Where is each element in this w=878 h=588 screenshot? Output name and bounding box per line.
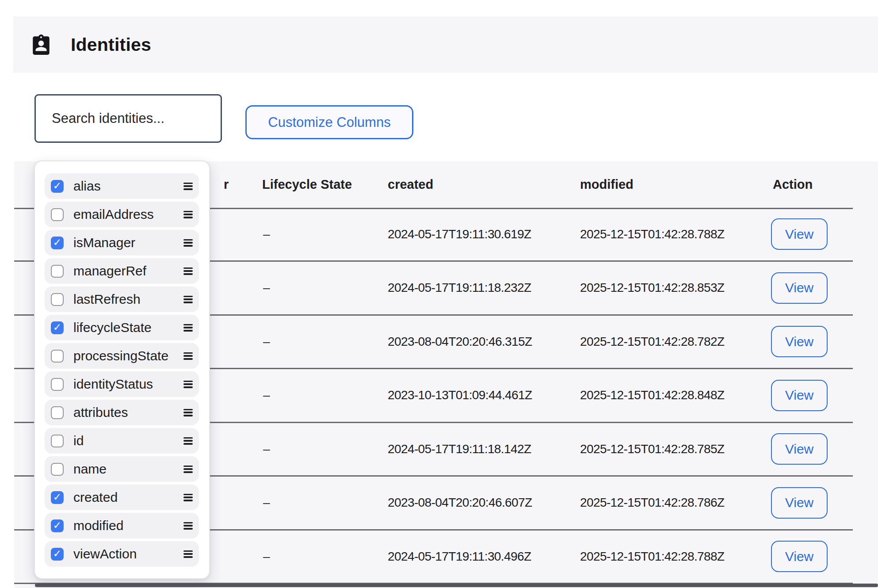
- column-menu-item[interactable]: ✓ name: [45, 456, 199, 482]
- column-menu-item-label: emailAddress: [73, 207, 183, 222]
- col-header-modified: modified: [580, 161, 634, 208]
- checkmark-icon: ✓: [53, 322, 61, 332]
- column-menu-item-label: id: [73, 433, 183, 448]
- column-menu-item-label: lastRefresh: [73, 292, 183, 307]
- identity-badge-icon: [30, 32, 52, 57]
- checkmark-icon: ✓: [53, 237, 61, 248]
- column-menu-item[interactable]: ✓ lifecycleState: [45, 315, 199, 340]
- cell-created: 2024-05-17T19:11:30.619Z: [388, 208, 531, 260]
- checkmark-icon: ✓: [53, 492, 61, 502]
- drag-handle-icon[interactable]: [183, 183, 193, 190]
- checkmark-icon: ✓: [53, 549, 61, 559]
- column-checkbox[interactable]: ✓: [51, 378, 64, 391]
- cell-lifecycle-state: –: [263, 208, 270, 260]
- horizontal-scrollbar[interactable]: [35, 584, 878, 587]
- column-menu-item[interactable]: ✓ attributes: [45, 400, 199, 425]
- customize-columns-menu: ✓ alias ✓ emailAddress ✓ isManager ✓ man…: [34, 160, 210, 579]
- drag-handle-icon[interactable]: [183, 437, 193, 445]
- column-menu-item[interactable]: ✓ processingState: [45, 343, 199, 369]
- view-button[interactable]: View: [771, 326, 828, 357]
- cell-modified: 2025-12-15T01:42:28.788Z: [580, 530, 725, 583]
- drag-handle-icon[interactable]: [183, 324, 193, 332]
- drag-handle-icon[interactable]: [183, 211, 193, 218]
- drag-handle-icon[interactable]: [183, 352, 193, 360]
- column-menu-item-label: viewAction: [73, 546, 183, 561]
- cell-lifecycle-state: –: [263, 262, 270, 314]
- cell-created: 2024-05-17T19:11:18.232Z: [388, 262, 531, 314]
- cell-created: 2023-08-04T20:20:46.607Z: [388, 477, 532, 529]
- cell-modified: 2025-12-15T01:42:28.848Z: [580, 369, 725, 422]
- drag-handle-icon[interactable]: [183, 522, 193, 530]
- cell-created: 2024-05-17T19:11:30.496Z: [388, 530, 531, 583]
- column-menu-item-label: modified: [73, 518, 183, 533]
- column-menu-item[interactable]: ✓ created: [45, 485, 199, 510]
- column-menu-item-label: name: [73, 462, 183, 477]
- col-header-lifecycle-state: Lifecycle State: [262, 161, 352, 208]
- view-button[interactable]: View: [771, 272, 828, 304]
- search-input[interactable]: [34, 94, 222, 143]
- cell-lifecycle-state: –: [263, 477, 270, 529]
- view-button[interactable]: View: [771, 487, 828, 519]
- cell-modified: 2025-12-15T01:42:28.786Z: [580, 477, 725, 529]
- view-button[interactable]: View: [771, 433, 828, 465]
- view-button[interactable]: View: [771, 541, 828, 572]
- customize-columns-button[interactable]: Customize Columns: [245, 105, 413, 139]
- column-menu-item[interactable]: ✓ managerRef: [45, 258, 199, 284]
- column-menu-item[interactable]: ✓ id: [45, 428, 199, 454]
- drag-handle-icon[interactable]: [183, 267, 193, 275]
- column-menu-item[interactable]: ✓ alias: [45, 173, 199, 199]
- column-menu-item-label: identityStatus: [73, 377, 183, 392]
- drag-handle-icon[interactable]: [183, 239, 193, 247]
- column-menu-item-label: alias: [73, 179, 183, 194]
- column-menu-list: ✓ alias ✓ emailAddress ✓ isManager ✓ man…: [45, 173, 199, 567]
- column-checkbox[interactable]: ✓: [51, 519, 64, 532]
- column-menu-item[interactable]: ✓ identityStatus: [45, 371, 199, 397]
- cell-created: 2023-10-13T01:09:44.461Z: [388, 369, 532, 422]
- column-checkbox[interactable]: ✓: [51, 180, 64, 193]
- column-checkbox[interactable]: ✓: [51, 548, 64, 561]
- checkmark-icon: ✓: [53, 181, 61, 191]
- cell-modified: 2025-12-15T01:42:28.785Z: [580, 423, 725, 475]
- column-menu-item[interactable]: ✓ emailAddress: [45, 202, 199, 227]
- column-checkbox[interactable]: ✓: [51, 406, 64, 419]
- drag-handle-icon[interactable]: [183, 494, 193, 501]
- view-button[interactable]: View: [771, 380, 828, 411]
- column-checkbox[interactable]: ✓: [51, 435, 64, 447]
- column-menu-item[interactable]: ✓ viewAction: [45, 541, 199, 567]
- col-header-partial: r: [224, 161, 229, 208]
- column-menu-item-label: attributes: [73, 405, 183, 420]
- drag-handle-icon[interactable]: [183, 466, 193, 473]
- column-menu-item-label: isManager: [73, 235, 183, 250]
- column-menu-item-label: processingState: [73, 348, 183, 363]
- view-button[interactable]: View: [771, 218, 828, 250]
- page-title: Identities: [71, 34, 151, 55]
- cell-lifecycle-state: –: [263, 423, 270, 475]
- column-checkbox[interactable]: ✓: [51, 237, 64, 249]
- column-menu-item[interactable]: ✓ lastRefresh: [45, 286, 199, 312]
- cell-created: 2024-05-17T19:11:18.142Z: [388, 423, 531, 475]
- identities-page: Identities Customize Columns r Lifecycle…: [0, 0, 878, 588]
- column-menu-item[interactable]: ✓ modified: [45, 513, 199, 538]
- column-checkbox[interactable]: ✓: [51, 293, 64, 306]
- col-header-action: Action: [773, 161, 813, 208]
- column-menu-item[interactable]: ✓ isManager: [45, 230, 199, 256]
- drag-handle-icon[interactable]: [183, 409, 193, 416]
- cell-lifecycle-state: –: [263, 530, 270, 583]
- drag-handle-icon[interactable]: [183, 296, 193, 303]
- column-checkbox[interactable]: ✓: [51, 321, 64, 334]
- column-menu-item-label: managerRef: [73, 263, 183, 279]
- col-header-created: created: [388, 161, 433, 208]
- page-header: Identities: [13, 16, 878, 73]
- column-checkbox[interactable]: ✓: [51, 491, 64, 504]
- column-checkbox[interactable]: ✓: [51, 350, 64, 363]
- column-checkbox[interactable]: ✓: [51, 265, 64, 278]
- drag-handle-icon[interactable]: [183, 550, 193, 558]
- drag-handle-icon[interactable]: [183, 381, 193, 388]
- cell-modified: 2025-12-15T01:42:28.853Z: [580, 262, 725, 314]
- cell-lifecycle-state: –: [263, 315, 270, 368]
- column-checkbox[interactable]: ✓: [51, 463, 64, 476]
- column-checkbox[interactable]: ✓: [51, 208, 64, 221]
- cell-modified: 2025-12-15T01:42:28.782Z: [580, 315, 725, 368]
- cell-lifecycle-state: –: [263, 369, 270, 422]
- cell-modified: 2025-12-15T01:42:28.788Z: [580, 208, 725, 260]
